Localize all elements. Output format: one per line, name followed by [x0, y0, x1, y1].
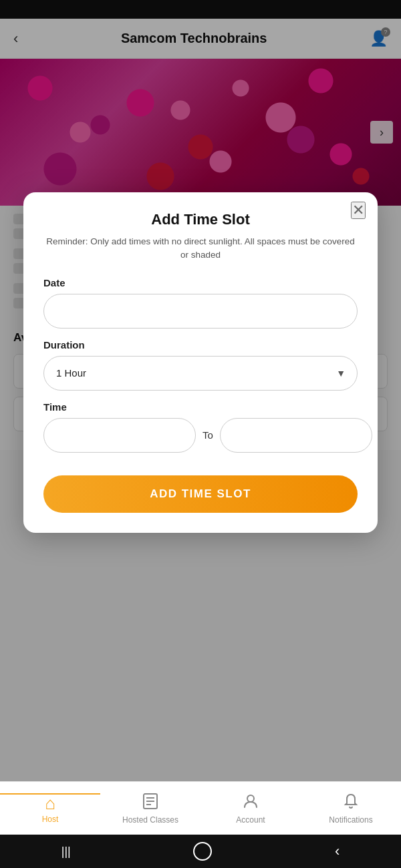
notifications-label: Notifications — [329, 815, 372, 825]
modal-overlay: ✕ Add Time Slot Reminder: Only add times… — [0, 0, 401, 868]
nav-item-account[interactable]: Account — [200, 793, 301, 825]
notifications-icon — [342, 793, 360, 813]
add-time-slot-button[interactable]: ADD TIME SLOT — [43, 475, 358, 513]
time-to-input[interactable] — [220, 418, 372, 453]
android-home-button[interactable] — [193, 842, 212, 861]
date-label: Date — [43, 277, 358, 288]
time-group: Time To — [43, 401, 358, 453]
account-icon — [242, 793, 259, 813]
bottom-nav: ⌂ Host Hosted Classes Account — [0, 781, 401, 835]
svg-point-4 — [247, 795, 254, 802]
hosted-classes-icon — [142, 793, 159, 813]
modal-close-button[interactable]: ✕ — [351, 202, 366, 219]
duration-select[interactable]: 30 Minutes 1 Hour 1.5 Hours 2 Hours — [43, 356, 358, 391]
date-input[interactable] — [43, 294, 358, 329]
host-label: Host — [42, 815, 59, 824]
time-to-label: To — [203, 429, 213, 441]
nav-item-host[interactable]: ⌂ Host — [0, 793, 100, 824]
host-icon: ⌂ — [45, 795, 55, 812]
android-nav: ||| ‹ — [0, 835, 401, 868]
date-group: Date — [43, 277, 358, 329]
duration-select-wrapper: 30 Minutes 1 Hour 1.5 Hours 2 Hours ▼ — [43, 356, 358, 391]
android-back-button[interactable]: ‹ — [335, 843, 340, 860]
modal-title: Add Time Slot — [43, 211, 358, 228]
nav-item-hosted-classes[interactable]: Hosted Classes — [100, 793, 200, 825]
duration-label: Duration — [43, 339, 358, 351]
time-row: To — [43, 418, 358, 453]
modal-reminder: Reminder: Only add times with no direct … — [43, 235, 358, 262]
android-menu-button[interactable]: ||| — [61, 845, 71, 859]
time-from-input[interactable] — [43, 418, 196, 453]
duration-group: Duration 30 Minutes 1 Hour 1.5 Hours 2 H… — [43, 339, 358, 391]
hosted-classes-label: Hosted Classes — [122, 815, 178, 825]
nav-item-notifications[interactable]: Notifications — [301, 793, 401, 825]
account-label: Account — [236, 815, 265, 825]
modal: ✕ Add Time Slot Reminder: Only add times… — [23, 192, 378, 533]
time-label: Time — [43, 401, 358, 413]
